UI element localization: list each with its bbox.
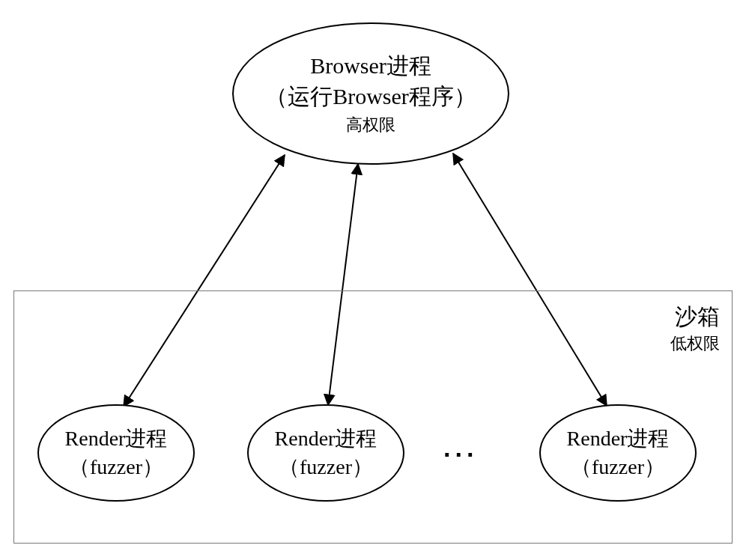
diagram-stage: Browser进程 （运行Browser程序） 高权限 沙箱 低权限 Rende… <box>0 0 749 560</box>
browser-process-node: Browser进程 （运行Browser程序） 高权限 <box>232 22 509 165</box>
render1-line1: Render进程 <box>65 424 168 453</box>
browser-line3: 高权限 <box>346 114 395 136</box>
ellipsis-dots: ··· <box>443 440 478 469</box>
render-process-node-2: Render进程 （fuzzer） <box>247 404 404 502</box>
render2-line2: （fuzzer） <box>279 453 373 481</box>
render-process-node-3: Render进程 （fuzzer） <box>539 404 697 502</box>
render3-line1: Render进程 <box>567 424 670 453</box>
render-process-node-1: Render进程 （fuzzer） <box>37 404 195 502</box>
render1-line2: （fuzzer） <box>69 453 163 481</box>
browser-line1: Browser进程 <box>310 51 431 82</box>
render3-line2: （fuzzer） <box>571 453 665 481</box>
sandbox-label: 沙箱 低权限 <box>670 302 720 355</box>
sandbox-title: 沙箱 <box>670 302 720 332</box>
browser-line2: （运行Browser程序） <box>265 82 476 112</box>
render2-line1: Render进程 <box>275 424 377 453</box>
sandbox-subtitle: 低权限 <box>670 332 720 355</box>
